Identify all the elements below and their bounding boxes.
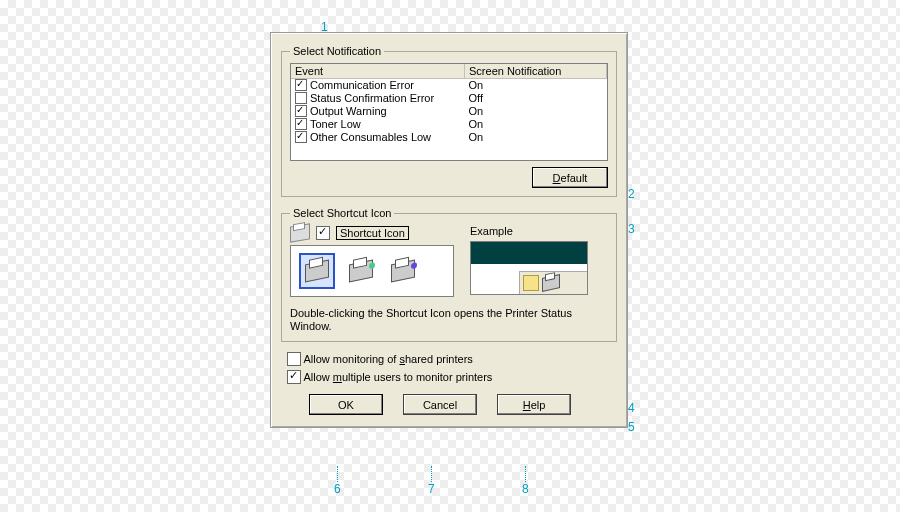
help-button[interactable]: Help (497, 394, 571, 415)
notification-event: Toner Low (310, 118, 361, 130)
printer-icon (290, 223, 310, 243)
cancel-button[interactable]: Cancel (403, 394, 477, 415)
callout-5: 5 (628, 420, 635, 434)
shortcut-icon-checkbox[interactable] (316, 226, 330, 240)
notification-event: Communication Error (310, 79, 414, 91)
allow-multiple-checkbox[interactable] (287, 370, 301, 384)
notification-header-screen[interactable]: Screen Notification (465, 64, 607, 79)
example-preview (470, 241, 588, 295)
callout-4: 4 (628, 401, 635, 415)
notification-screen: On (465, 131, 607, 144)
notification-header-event[interactable]: Event (291, 64, 465, 79)
callout-2: 2 (628, 187, 635, 201)
select-shortcut-legend: Select Shortcut Icon (290, 207, 394, 219)
icon-option-3[interactable] (387, 255, 419, 287)
select-shortcut-group: Select Shortcut Icon Shortcut Icon Examp… (281, 207, 617, 342)
notification-row[interactable]: Status Confirmation Error Off (291, 92, 607, 105)
callout-6-leader (337, 466, 338, 482)
allow-shared-label: Allow monitoring of shared printers (303, 353, 472, 365)
callout-8: 8 (522, 482, 529, 496)
notification-screen: Off (465, 92, 607, 105)
icon-option-1[interactable] (299, 253, 335, 289)
notification-event: Output Warning (310, 105, 387, 117)
notification-screen: On (465, 79, 607, 93)
notification-row[interactable]: Other Consumables Low On (291, 131, 607, 144)
button-row: OK Cancel Help (281, 394, 617, 415)
printer-icon (542, 274, 560, 292)
allow-shared-checkbox[interactable] (287, 352, 301, 366)
printer-icon (305, 259, 329, 282)
callout-7-leader (431, 466, 432, 482)
callout-7: 7 (428, 482, 435, 496)
notification-list[interactable]: Event Screen Notification Communication … (290, 63, 608, 161)
callout-3: 3 (628, 222, 635, 236)
notification-event: Status Confirmation Error (310, 92, 434, 104)
dialog: Select Notification Event Screen Notific… (270, 32, 628, 428)
select-notification-legend: Select Notification (290, 45, 384, 57)
notification-row[interactable]: Output Warning On (291, 105, 607, 118)
notification-checkbox-icon[interactable] (295, 79, 307, 91)
example-tray (519, 271, 587, 294)
notification-screen: On (465, 118, 607, 131)
allow-shared-row[interactable]: Allow monitoring of shared printers (287, 352, 617, 366)
shortcut-hint: Double-clicking the Shortcut Icon opens … (290, 307, 608, 333)
default-button[interactable]: Default (532, 167, 608, 188)
printer-icon (391, 259, 415, 282)
notification-screen: On (465, 105, 607, 118)
example-label: Example (470, 225, 608, 237)
select-notification-group: Select Notification Event Screen Notific… (281, 45, 617, 197)
allow-multiple-row[interactable]: Allow multiple users to monitor printers (287, 370, 617, 384)
icon-option-2[interactable] (345, 255, 377, 287)
notification-row[interactable]: Toner Low On (291, 118, 607, 131)
printer-icon (349, 259, 373, 282)
notification-checkbox-icon[interactable] (295, 131, 307, 143)
notification-header-row: Event Screen Notification (291, 64, 607, 79)
document-icon (523, 275, 539, 291)
callout-8-leader (525, 466, 526, 482)
allow-multiple-label: Allow multiple users to monitor printers (303, 371, 492, 383)
icon-picker[interactable] (290, 245, 454, 297)
notification-event: Other Consumables Low (310, 131, 431, 143)
ok-button[interactable]: OK (309, 394, 383, 415)
shortcut-icon-label: Shortcut Icon (336, 226, 409, 240)
callout-6: 6 (334, 482, 341, 496)
example-titlebar (471, 242, 587, 264)
notification-row[interactable]: Communication Error On (291, 79, 607, 93)
